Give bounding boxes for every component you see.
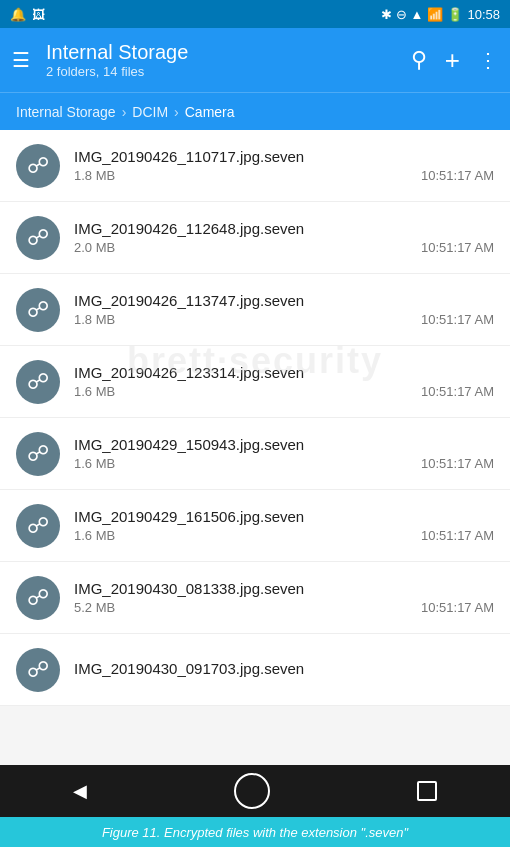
file-icon: ☍ — [16, 288, 60, 332]
file-size: 2.0 MB — [74, 240, 115, 255]
file-name: IMG_20190429_161506.jpg.seven — [74, 508, 494, 525]
recents-button[interactable] — [417, 781, 437, 801]
bluetooth-icon: ✱ — [381, 7, 392, 22]
file-info: IMG_20190426_123314.jpg.seven 1.6 MB 10:… — [74, 364, 494, 399]
add-button[interactable]: + — [445, 45, 460, 76]
file-meta: 1.6 MB 10:51:17 AM — [74, 528, 494, 543]
file-size: 1.8 MB — [74, 312, 115, 327]
wifi-icon: ▲ — [411, 7, 424, 22]
back-button[interactable]: ◀ — [73, 780, 87, 802]
battery-icon: 🔋 — [447, 7, 463, 22]
breadcrumb-camera[interactable]: Camera — [185, 104, 235, 120]
file-meta: 2.0 MB 10:51:17 AM — [74, 240, 494, 255]
file-info: IMG_20190429_150943.jpg.seven 1.6 MB 10:… — [74, 436, 494, 471]
file-item[interactable]: ☍ IMG_20190426_123314.jpg.seven 1.6 MB 1… — [0, 346, 510, 418]
file-info: IMG_20190430_091703.jpg.seven — [74, 660, 494, 680]
file-item[interactable]: ☍ IMG_20190429_150943.jpg.seven 1.6 MB 1… — [0, 418, 510, 490]
file-item[interactable]: ☍ IMG_20190430_091703.jpg.seven — [0, 634, 510, 706]
file-name: IMG_20190429_150943.jpg.seven — [74, 436, 494, 453]
app-bar-title: Internal Storage — [46, 41, 395, 64]
status-bar-left: 🔔 🖼 — [10, 7, 45, 22]
file-size: 1.8 MB — [74, 168, 115, 183]
document-icon: ☍ — [27, 369, 49, 395]
file-meta: 1.6 MB 10:51:17 AM — [74, 456, 494, 471]
file-icon: ☍ — [16, 576, 60, 620]
file-info: IMG_20190426_110717.jpg.seven 1.8 MB 10:… — [74, 148, 494, 183]
file-time: 10:51:17 AM — [421, 384, 494, 399]
file-size: 1.6 MB — [74, 456, 115, 471]
file-name: IMG_20190430_081338.jpg.seven — [74, 580, 494, 597]
file-time: 10:51:17 AM — [421, 456, 494, 471]
caption-text: Figure 11. Encrypted files with the exte… — [102, 825, 408, 840]
file-icon: ☍ — [16, 504, 60, 548]
file-info: IMG_20190430_081338.jpg.seven 5.2 MB 10:… — [74, 580, 494, 615]
file-item[interactable]: ☍ IMG_20190426_112648.jpg.seven 2.0 MB 1… — [0, 202, 510, 274]
app-bar-actions: ⚲ + ⋮ — [411, 45, 498, 76]
document-icon: ☍ — [27, 441, 49, 467]
file-item[interactable]: ☍ IMG_20190426_110717.jpg.seven 1.8 MB 1… — [0, 130, 510, 202]
file-meta: 1.8 MB 10:51:17 AM — [74, 168, 494, 183]
notification-icon: 🔔 — [10, 7, 26, 22]
document-icon: ☍ — [27, 297, 49, 323]
document-icon: ☍ — [27, 585, 49, 611]
file-icon: ☍ — [16, 432, 60, 476]
file-time: 10:51:17 AM — [421, 528, 494, 543]
file-item[interactable]: ☍ IMG_20190426_113747.jpg.seven 1.8 MB 1… — [0, 274, 510, 346]
file-icon: ☍ — [16, 144, 60, 188]
file-name: IMG_20190426_113747.jpg.seven — [74, 292, 494, 309]
file-name: IMG_20190426_110717.jpg.seven — [74, 148, 494, 165]
status-bar: 🔔 🖼 ✱ ⊖ ▲ 📶 🔋 10:58 — [0, 0, 510, 28]
file-icon: ☍ — [16, 648, 60, 692]
caption-bar: Figure 11. Encrypted files with the exte… — [0, 817, 510, 847]
hamburger-menu-button[interactable]: ☰ — [12, 48, 30, 72]
more-button[interactable]: ⋮ — [478, 48, 498, 72]
file-icon: ☍ — [16, 360, 60, 404]
file-time: 10:51:17 AM — [421, 312, 494, 327]
app-bar-subtitle: 2 folders, 14 files — [46, 64, 395, 79]
file-meta: 5.2 MB 10:51:17 AM — [74, 600, 494, 615]
breadcrumb-sep-1: › — [122, 104, 127, 120]
file-list: ☍ IMG_20190426_110717.jpg.seven 1.8 MB 1… — [0, 130, 510, 706]
search-button[interactable]: ⚲ — [411, 47, 427, 73]
file-size: 5.2 MB — [74, 600, 115, 615]
file-info: IMG_20190426_112648.jpg.seven 2.0 MB 10:… — [74, 220, 494, 255]
file-meta: 1.6 MB 10:51:17 AM — [74, 384, 494, 399]
document-icon: ☍ — [27, 225, 49, 251]
file-item[interactable]: ☍ IMG_20190430_081338.jpg.seven 5.2 MB 1… — [0, 562, 510, 634]
file-size: 1.6 MB — [74, 528, 115, 543]
document-icon: ☍ — [27, 657, 49, 683]
file-info: IMG_20190429_161506.jpg.seven 1.6 MB 10:… — [74, 508, 494, 543]
app-bar-title-area: Internal Storage 2 folders, 14 files — [46, 41, 395, 79]
bottom-nav: ◀ — [0, 765, 510, 817]
image-icon: 🖼 — [32, 7, 45, 22]
breadcrumb-sep-2: › — [174, 104, 179, 120]
file-time: 10:51:17 AM — [421, 240, 494, 255]
breadcrumb-dcim[interactable]: DCIM — [132, 104, 168, 120]
time-display: 10:58 — [467, 7, 500, 22]
file-time: 10:51:17 AM — [421, 600, 494, 615]
document-icon: ☍ — [27, 153, 49, 179]
document-icon: ☍ — [27, 513, 49, 539]
file-info: IMG_20190426_113747.jpg.seven 1.8 MB 10:… — [74, 292, 494, 327]
file-time: 10:51:17 AM — [421, 168, 494, 183]
home-button[interactable] — [234, 773, 270, 809]
status-bar-right: ✱ ⊖ ▲ 📶 🔋 10:58 — [381, 7, 500, 22]
file-name: IMG_20190426_123314.jpg.seven — [74, 364, 494, 381]
file-name: IMG_20190426_112648.jpg.seven — [74, 220, 494, 237]
file-meta: 1.8 MB 10:51:17 AM — [74, 312, 494, 327]
breadcrumb-bar: Internal Storage › DCIM › Camera — [0, 92, 510, 130]
breadcrumb-internal-storage[interactable]: Internal Storage — [16, 104, 116, 120]
block-icon: ⊖ — [396, 7, 407, 22]
file-icon: ☍ — [16, 216, 60, 260]
file-name: IMG_20190430_091703.jpg.seven — [74, 660, 494, 677]
signal-icon: 📶 — [427, 7, 443, 22]
file-size: 1.6 MB — [74, 384, 115, 399]
file-item[interactable]: ☍ IMG_20190429_161506.jpg.seven 1.6 MB 1… — [0, 490, 510, 562]
app-bar: ☰ Internal Storage 2 folders, 14 files ⚲… — [0, 28, 510, 92]
